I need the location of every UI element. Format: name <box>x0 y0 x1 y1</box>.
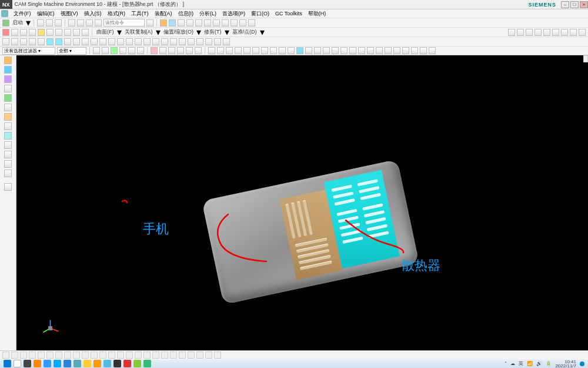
sb-icon[interactable] <box>188 352 195 359</box>
tb2-icon[interactable] <box>526 29 533 36</box>
menu-gc[interactable]: GC Toolkits <box>272 11 305 16</box>
tb2-icon[interactable] <box>20 29 27 36</box>
fb-icon[interactable] <box>119 47 126 54</box>
start-icon[interactable] <box>2 19 9 26</box>
sb-icon[interactable] <box>196 352 203 359</box>
command-finder-input[interactable] <box>103 19 145 26</box>
fb-icon[interactable] <box>305 47 312 54</box>
menu-help[interactable]: 帮助(H) <box>305 10 329 18</box>
menu-file[interactable]: 文件(F) <box>11 10 34 18</box>
fb-icon[interactable] <box>243 47 250 54</box>
tb3-icon[interactable] <box>126 38 133 45</box>
fb-icon[interactable] <box>195 47 202 54</box>
fb-icon[interactable] <box>367 47 374 54</box>
tb1-icon[interactable] <box>178 19 185 26</box>
ime-indicator[interactable]: 英 <box>519 360 523 367</box>
tb2-assoc-copy-label[interactable]: 关联复制(A) <box>123 28 154 36</box>
fb-icon[interactable] <box>411 47 418 54</box>
fb-icon[interactable] <box>420 47 427 54</box>
tb2-icon[interactable] <box>534 29 542 36</box>
sidebar-icon[interactable] <box>4 57 12 64</box>
sb-icon[interactable] <box>73 352 80 359</box>
tb3-icon[interactable] <box>55 38 62 45</box>
tb1-icon[interactable] <box>213 19 220 26</box>
start-label[interactable]: 启动 <box>11 19 24 26</box>
graphics-viewport[interactable]: 手机 散热器 <box>16 55 588 350</box>
battery-icon[interactable]: 🔋 <box>546 361 552 366</box>
tb2-icon[interactable] <box>2 29 9 36</box>
tb2-icon[interactable] <box>38 29 45 36</box>
menu-view[interactable]: 视图(V) <box>58 10 81 18</box>
tb2-icon[interactable] <box>579 29 586 36</box>
tb1-icon[interactable] <box>37 19 44 26</box>
tb3-icon[interactable] <box>73 38 80 45</box>
fb-icon[interactable] <box>279 47 286 54</box>
tb2-icon[interactable] <box>552 29 559 36</box>
tb3-icon[interactable] <box>99 38 106 45</box>
tb2-icon[interactable] <box>11 29 18 36</box>
tb3-icon[interactable] <box>143 38 151 45</box>
fb-icon[interactable] <box>93 47 100 54</box>
wifi-icon[interactable]: 📶 <box>527 361 533 366</box>
sb-icon[interactable] <box>29 352 36 359</box>
fb-icon[interactable] <box>314 47 321 54</box>
search-icon[interactable] <box>146 19 153 26</box>
taskbar-app-icon[interactable] <box>123 360 131 367</box>
tb3-icon[interactable] <box>38 38 45 45</box>
tb2-icon[interactable] <box>64 29 71 36</box>
restore-button[interactable]: □ <box>570 1 579 8</box>
menu-window[interactable]: 窗口(O) <box>248 10 272 18</box>
tb1-icon[interactable] <box>86 19 93 26</box>
tray-chevron-up-icon[interactable]: ˄ <box>505 361 507 366</box>
tb2-surface-label[interactable]: 由面(F) <box>95 28 115 36</box>
notification-icon[interactable] <box>580 362 584 366</box>
fb-icon[interactable] <box>393 47 400 54</box>
sb-icon[interactable] <box>82 352 89 359</box>
sidebar-icon[interactable] <box>4 122 12 130</box>
tb3-icon[interactable] <box>188 38 195 45</box>
volume-icon[interactable]: 🔊 <box>536 361 542 366</box>
sb-icon[interactable] <box>55 352 62 359</box>
tb3-icon[interactable] <box>11 38 18 45</box>
nx-app-icon[interactable] <box>133 360 141 367</box>
minimize-button[interactable]: – <box>561 1 569 8</box>
fb-icon[interactable] <box>217 47 224 54</box>
taskbar-app-icon[interactable] <box>93 360 101 367</box>
fb-icon[interactable] <box>159 47 166 54</box>
fb-icon[interactable] <box>235 47 242 54</box>
sidebar-icon[interactable] <box>4 160 12 168</box>
sb-icon[interactable] <box>214 352 221 359</box>
fb-icon[interactable] <box>102 47 109 54</box>
taskbar-app-icon[interactable] <box>103 360 111 367</box>
clock-date[interactable]: 2022/11/7 <box>555 364 576 368</box>
close-button[interactable]: × <box>580 1 588 8</box>
tb1-icon[interactable] <box>239 19 246 26</box>
fb-icon[interactable] <box>296 47 303 54</box>
sidebar-icon[interactable] <box>4 66 12 74</box>
tb3-icon[interactable] <box>46 38 54 45</box>
fb-icon[interactable] <box>168 47 175 54</box>
sidebar-icon[interactable] <box>4 75 12 83</box>
sidebar-icon[interactable] <box>4 85 12 92</box>
sidebar-icon[interactable] <box>4 170 12 177</box>
tb1-icon[interactable] <box>77 19 84 26</box>
tb3-icon[interactable] <box>29 38 36 45</box>
taskbar-app-icon[interactable] <box>64 360 71 367</box>
sidebar-icon[interactable] <box>4 104 12 111</box>
menu-analysis[interactable]: 分析(L) <box>196 10 219 18</box>
fb-icon[interactable] <box>349 47 356 54</box>
tb1-icon[interactable] <box>195 19 202 26</box>
tb3-icon[interactable] <box>223 38 230 45</box>
wechat-icon[interactable] <box>143 360 151 367</box>
taskbar-app-icon[interactable] <box>74 360 81 367</box>
tb2-icon[interactable] <box>73 29 80 36</box>
fb-icon[interactable] <box>340 47 348 54</box>
fb-icon[interactable] <box>323 47 330 54</box>
fb-icon[interactable] <box>402 47 409 54</box>
tb1-icon[interactable] <box>222 19 229 26</box>
sb-icon[interactable] <box>205 352 212 359</box>
tb2-icon[interactable] <box>55 29 62 36</box>
tb2-icon[interactable] <box>570 29 577 36</box>
tb3-icon[interactable] <box>205 38 212 45</box>
fb-icon[interactable] <box>128 47 135 54</box>
